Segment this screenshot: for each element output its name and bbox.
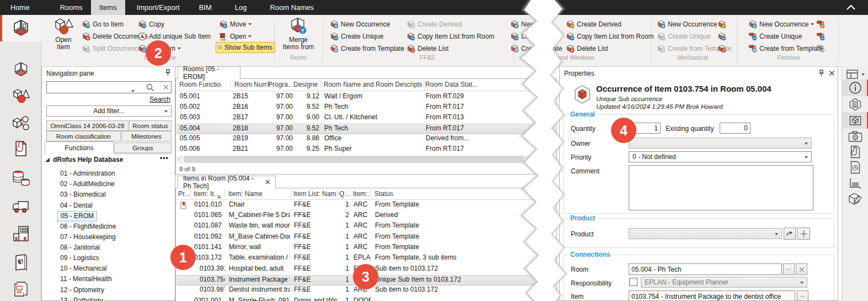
filter-tab-milestones[interactable]: Milestones bbox=[121, 131, 172, 141]
mech-new-occurrence-button[interactable]: New Occurrence bbox=[657, 19, 717, 30]
sidebar-item-rooms-alt[interactable] bbox=[0, 56, 41, 83]
item-input[interactable] bbox=[629, 291, 795, 301]
doors-create-derived-button[interactable]: Create Derived bbox=[566, 19, 621, 30]
column-header[interactable]: Q... bbox=[339, 190, 349, 198]
room-clear-button[interactable] bbox=[796, 263, 807, 275]
items-in-room-tab[interactable]: Items in Room [05.004 - Ph Tech] bbox=[178, 176, 276, 188]
ffe-delete-list-button[interactable]: Delete List bbox=[406, 43, 449, 54]
tree-item-dental[interactable]: 04 - Dental bbox=[60, 202, 93, 209]
menu-tab-home[interactable]: Home bbox=[2, 0, 38, 15]
tree-item-biomedical[interactable]: 03 - Biomedical bbox=[60, 191, 106, 198]
merge-items-from-button[interactable]: Merge Items from bbox=[277, 17, 319, 51]
tab-statistics[interactable] bbox=[842, 175, 868, 192]
room-row[interactable]: 05.0012B15 97.009.12 Wait / ErgomFrom RT… bbox=[176, 92, 556, 103]
copy-button[interactable]: Copy bbox=[138, 19, 164, 30]
fin-new-occurrence-button[interactable]: New Occurrence bbox=[748, 19, 814, 30]
tab-photos[interactable] bbox=[842, 128, 868, 145]
add-filter-dropdown[interactable]: Add filter... bbox=[46, 105, 172, 117]
tab-occurrence[interactable] bbox=[842, 112, 868, 129]
tab-item-data[interactable] bbox=[842, 96, 868, 113]
filter-tab-groups[interactable]: Groups bbox=[114, 142, 172, 153]
doors-copy-item-list-button[interactable]: Copy Item List from Room bbox=[566, 31, 653, 42]
sidebar-item-reports[interactable] bbox=[0, 276, 41, 301]
item-row[interactable]: 0101.065M_Cabinet-File 5 Drawe... FF&E2 … bbox=[176, 211, 556, 221]
comment-textarea[interactable] bbox=[629, 165, 813, 210]
ffe-create-derived-button[interactable]: Create Derived bbox=[406, 19, 462, 30]
tab-attachments[interactable] bbox=[842, 144, 868, 160]
split-occurrence-button[interactable]: Split Occurrence bbox=[82, 43, 142, 54]
ffe-copy-item-list-button[interactable]: Copy Item List from Room bbox=[406, 31, 494, 42]
fin-copy-icon-button[interactable] bbox=[816, 31, 825, 42]
pin-icon[interactable] bbox=[818, 70, 825, 79]
tree-item-mentalhealth[interactable]: 11 - MentalHealth bbox=[60, 275, 112, 283]
close-panel-icon[interactable] bbox=[829, 70, 835, 78]
show-sub-items-button[interactable]: Show Sub Items bbox=[216, 42, 275, 53]
fin-create-unique-button[interactable]: Create Unique bbox=[748, 31, 802, 42]
menu-tab-import-export[interactable]: Import/Export bbox=[128, 0, 188, 15]
search-input[interactable] bbox=[48, 82, 128, 92]
room-browse-button[interactable]: ⋯ bbox=[783, 263, 795, 275]
sidebar-item-catalog[interactable] bbox=[0, 249, 41, 276]
sidebar-item-buildings[interactable] bbox=[0, 220, 41, 247]
search-icon[interactable] bbox=[146, 83, 154, 93]
ffe-create-unique-button[interactable]: Create Unique bbox=[330, 31, 383, 42]
move-button[interactable]: Move bbox=[219, 19, 251, 30]
menu-tab-bim[interactable]: BIM bbox=[191, 0, 220, 15]
add-unique-sub-item-button[interactable]: Add unique Sub Item bbox=[138, 31, 211, 42]
tab-log[interactable] bbox=[842, 159, 868, 176]
torn-create-from-template-button[interactable]: Create from Template bbox=[510, 43, 535, 54]
tree-item-pathology[interactable]: 13 - Pathology bbox=[60, 297, 103, 301]
pin-icon[interactable] bbox=[164, 69, 172, 78]
tab-bim-edit[interactable] bbox=[842, 191, 868, 207]
torn-new-occurrence-button[interactable]: New Occurrence bbox=[510, 19, 535, 30]
sidebar-item-products[interactable] bbox=[0, 110, 41, 136]
ffe-new-occurrence-button[interactable]: New Occurrence bbox=[330, 19, 390, 30]
fin-delete-icon-button[interactable] bbox=[816, 43, 825, 54]
collapse-ribbon-icon[interactable] bbox=[846, 4, 856, 12]
room-row[interactable]: 05.0032B17 97.009.00 Cl. Utl. / Kitchene… bbox=[176, 113, 556, 124]
room-row-selected[interactable]: 05.0042B18 97.009.52 Ph TechFrom RT.017 bbox=[176, 124, 556, 134]
tree-expander-icon[interactable]: ◢ bbox=[45, 156, 50, 162]
filter-tab-room-classification[interactable]: Room classification bbox=[46, 131, 121, 141]
item-row[interactable]: 0201.001M_Single-Flush: 0915 x... Doors … bbox=[176, 297, 556, 301]
tree-item-flightmedicine[interactable]: 06 - FlightMedicine bbox=[60, 223, 116, 230]
menu-tab-log[interactable]: Log bbox=[227, 0, 255, 15]
column-header[interactable]: Room Name and Room Description bbox=[324, 81, 422, 88]
tree-item-optometry[interactable]: 12 - Optometry bbox=[60, 286, 104, 294]
close-tab-icon[interactable] bbox=[265, 178, 270, 186]
item-browse-button[interactable]: ⋯ bbox=[797, 291, 808, 301]
sidebar-item-finance[interactable] bbox=[0, 165, 41, 192]
room-row[interactable]: 05.0022B16 97.009.52 Ph TechFrom RT.017 bbox=[176, 103, 556, 113]
tree-root-database[interactable]: dRofus Help Database bbox=[53, 156, 123, 163]
go-to-item-button[interactable]: Go to Item bbox=[82, 19, 124, 30]
filter-tab-room-status[interactable]: Room status bbox=[129, 120, 172, 131]
product-add-button[interactable] bbox=[797, 228, 810, 240]
torn-create-unique-button[interactable]: Create Unique bbox=[510, 31, 535, 42]
mech-copy-icon-button[interactable] bbox=[717, 31, 726, 42]
sidebar-item-logistics[interactable] bbox=[0, 193, 41, 219]
rooms-tab[interactable]: Rooms [05 - EROM] bbox=[178, 66, 240, 79]
search-link[interactable]: Search bbox=[149, 96, 170, 103]
tree-item-logistics[interactable]: 09 - Logistics bbox=[60, 254, 99, 262]
tree-item-adultmedicine[interactable]: 02 - AdultMedicine bbox=[60, 180, 115, 188]
column-header[interactable]: Progra... bbox=[268, 81, 292, 88]
sidebar-item-attachments[interactable] bbox=[0, 135, 41, 162]
filter-tab-omniclass[interactable]: OmniClass 14 2006-03-28 bbox=[46, 120, 128, 131]
ffe-create-from-template-button[interactable]: Create from Template bbox=[330, 43, 404, 54]
column-header[interactable]: Room Data Stat... bbox=[425, 81, 555, 88]
clear-search-icon[interactable] bbox=[163, 84, 169, 92]
menu-tab-room-names[interactable]: Room Names bbox=[262, 0, 322, 15]
sidebar-item-items[interactable] bbox=[0, 82, 41, 109]
tab-info[interactable] bbox=[842, 80, 868, 96]
tree-item-janitorial[interactable]: 08 - Janitorial bbox=[60, 244, 100, 251]
column-header[interactable]: Room Function # bbox=[179, 81, 221, 88]
product-dropdown[interactable] bbox=[629, 228, 782, 239]
tree-item-erom-selected[interactable]: 05 - EROM bbox=[60, 212, 97, 221]
tree-item-housekeeping[interactable]: 07 - Housekeeping bbox=[60, 233, 116, 241]
room-row[interactable]: 05.0062B21 97.009.25 Ph SuperFrom RT.017 bbox=[176, 145, 556, 155]
item-row[interactable]: 0101.141Mirror, wall FF&E1 ARCFrom Templ… bbox=[176, 243, 556, 254]
menu-tab-rooms[interactable]: Rooms bbox=[52, 0, 91, 15]
open-button[interactable]: Open bbox=[219, 31, 251, 42]
existing-quantity-input[interactable] bbox=[720, 123, 751, 134]
item-row[interactable]: 0101.087Waste bin, wall mounted FF&E1 AR… bbox=[176, 221, 556, 232]
